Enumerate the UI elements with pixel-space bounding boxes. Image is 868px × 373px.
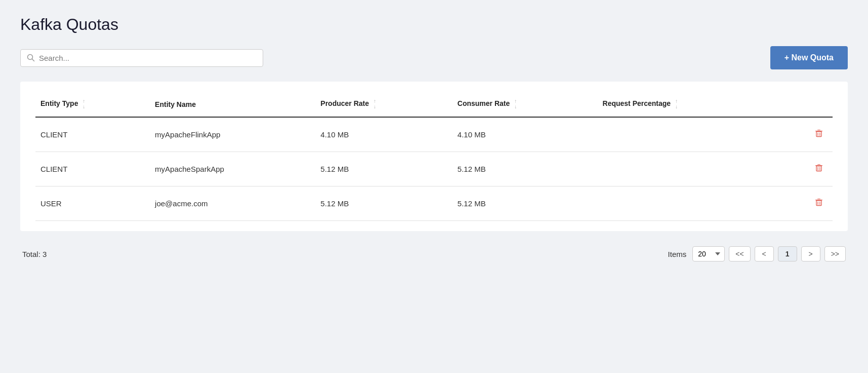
cell-request-percentage-2 (598, 186, 776, 221)
col-request-percentage[interactable]: Request Percentage ↑ ↓ (598, 92, 776, 117)
svg-rect-3 (816, 132, 821, 137)
sort-icons-producer-rate[interactable]: ↑ ↓ (374, 99, 376, 109)
svg-rect-7 (816, 166, 821, 171)
delete-row-1-button[interactable] (810, 161, 828, 177)
cell-consumer-rate-1: 5.12 MB (452, 152, 598, 186)
sort-icons-consumer-rate[interactable]: ↑ ↓ (514, 99, 517, 109)
cell-actions-2 (775, 186, 833, 221)
pagination-last-button[interactable]: >> (824, 246, 846, 262)
cell-actions-0 (775, 117, 833, 152)
pagination-prev-button[interactable]: < (755, 246, 774, 262)
sort-icons-request-percentage[interactable]: ↑ ↓ (675, 99, 678, 109)
search-icon (27, 54, 35, 62)
cell-producer-rate-2: 5.12 MB (315, 186, 452, 221)
sort-icons-entity-type[interactable]: ↑ ↓ (82, 99, 85, 109)
col-consumer-rate[interactable]: Consumer Rate ↑ ↓ (452, 92, 598, 117)
col-actions (775, 92, 833, 117)
col-producer-rate[interactable]: Producer Rate ↑ ↓ (315, 92, 452, 117)
delete-row-0-button[interactable] (810, 127, 828, 142)
cell-entity-name-0: myApacheFlinkApp (150, 117, 315, 152)
pagination-page-1-button[interactable]: 1 (778, 246, 797, 262)
cell-entity-name-1: myApacheSparkApp (150, 152, 315, 186)
items-label: Items (668, 250, 687, 258)
table-row: CLIENT myApacheFlinkApp 4.10 MB 4.10 MB (35, 117, 833, 152)
page-title: Kafka Quotas (20, 15, 848, 34)
cell-entity-type-2: USER (35, 186, 150, 221)
pagination-next-button[interactable]: > (801, 246, 820, 262)
svg-rect-11 (816, 201, 821, 206)
col-entity-type[interactable]: Entity Type ↑ ↓ (35, 92, 150, 117)
quotas-table: Entity Type ↑ ↓ Entity Name Producer Rat… (35, 92, 833, 221)
table-row: USER joe@acme.com 5.12 MB 5.12 MB (35, 186, 833, 221)
table-container: Entity Type ↑ ↓ Entity Name Producer Rat… (20, 82, 848, 231)
toolbar: + New Quota (20, 46, 848, 69)
pagination-area: Items 10 20 50 100 << < 1 > >> (668, 246, 846, 262)
cell-request-percentage-0 (598, 117, 776, 152)
new-quota-button[interactable]: + New Quota (770, 46, 848, 69)
svg-line-1 (32, 59, 34, 61)
search-wrapper (20, 49, 263, 67)
table-header-row: Entity Type ↑ ↓ Entity Name Producer Rat… (35, 92, 833, 117)
cell-producer-rate-0: 4.10 MB (315, 117, 452, 152)
cell-consumer-rate-2: 5.12 MB (452, 186, 598, 221)
cell-entity-name-2: joe@acme.com (150, 186, 315, 221)
items-per-page-select[interactable]: 10 20 50 100 (692, 246, 725, 262)
pagination-first-button[interactable]: << (729, 246, 750, 262)
delete-row-2-button[interactable] (810, 196, 828, 211)
cell-request-percentage-1 (598, 152, 776, 186)
cell-actions-1 (775, 152, 833, 186)
search-input[interactable] (39, 54, 257, 62)
cell-producer-rate-1: 5.12 MB (315, 152, 452, 186)
col-entity-name[interactable]: Entity Name (150, 92, 315, 117)
cell-consumer-rate-0: 4.10 MB (452, 117, 598, 152)
footer: Total: 3 Items 10 20 50 100 << < 1 > >> (20, 246, 848, 262)
cell-entity-type-0: CLIENT (35, 117, 150, 152)
table-row: CLIENT myApacheSparkApp 5.12 MB 5.12 MB (35, 152, 833, 186)
cell-entity-type-1: CLIENT (35, 152, 150, 186)
total-count: Total: 3 (22, 250, 47, 258)
